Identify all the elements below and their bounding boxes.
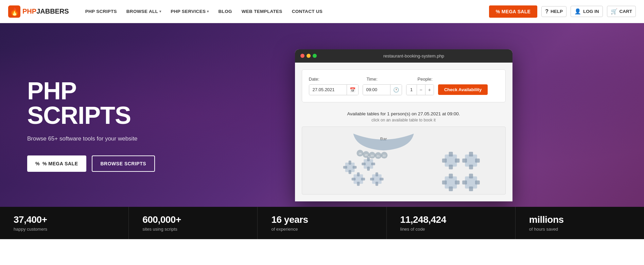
- svg-rect-45: [449, 186, 453, 191]
- svg-text:18: 18: [358, 152, 361, 155]
- svg-rect-47: [455, 180, 459, 184]
- booking-status-sub: click on an available table to book it: [302, 118, 506, 122]
- mega-sale-button[interactable]: % MEGA SALE: [489, 5, 537, 18]
- stat-number-3: 11,248,424: [400, 214, 502, 225]
- chevron-down-icon: ▾: [207, 10, 209, 13]
- nav-item-blog[interactable]: BLOG: [214, 6, 236, 17]
- date-input-group[interactable]: 📅: [309, 84, 359, 95]
- dot-red: [300, 54, 304, 58]
- svg-rect-22: [371, 162, 375, 165]
- svg-rect-29: [375, 172, 378, 176]
- stat-number-4: millions: [529, 214, 630, 225]
- svg-rect-30: [375, 182, 378, 186]
- table-1[interactable]: [343, 161, 356, 174]
- time-label: Time:: [367, 77, 411, 82]
- stat-item-2: 16 years of experience: [258, 207, 386, 239]
- booking-inputs-row: 📅 🕐 1 − + Check Availability: [309, 84, 499, 95]
- logo[interactable]: 🔥 PHPJABBERS: [8, 5, 69, 18]
- people-plus-button[interactable]: +: [425, 85, 434, 95]
- svg-rect-14: [348, 161, 351, 165]
- hero-subtitle: Browse 65+ software tools for your websi…: [27, 134, 143, 143]
- booking-form: Date: Time: People: 📅 🕐: [302, 69, 506, 102]
- help-button[interactable]: ? HELP: [541, 6, 567, 17]
- table-8[interactable]: [462, 173, 480, 191]
- people-label: People:: [418, 77, 445, 82]
- svg-rect-40: [469, 164, 473, 169]
- nav-item-contact-us[interactable]: CONTACT US: [288, 6, 327, 17]
- nav-item-web-templates[interactable]: WEB TEMPLATES: [238, 6, 286, 17]
- hero-left: PHP SCRIPTS Browse 65+ software tools fo…: [27, 79, 170, 172]
- svg-text:22: 22: [383, 154, 386, 157]
- svg-rect-49: [469, 173, 473, 178]
- stat-item-3: 11,248,424 lines of code: [387, 207, 516, 239]
- svg-rect-35: [449, 164, 453, 169]
- chevron-down-icon: ▾: [159, 10, 161, 13]
- clock-icon: 🕐: [390, 85, 402, 95]
- hero-browse-button[interactable]: BROWSE SCRIPTS: [92, 155, 155, 172]
- browser-chrome: restaurant-booking-system.php: [295, 49, 512, 63]
- login-button[interactable]: 👤 LOG IN: [571, 6, 603, 17]
- date-input[interactable]: [309, 85, 347, 95]
- time-input[interactable]: [363, 85, 390, 95]
- svg-rect-16: [343, 166, 347, 168]
- date-label: Date:: [309, 77, 360, 82]
- svg-rect-51: [462, 180, 467, 184]
- svg-rect-37: [455, 159, 459, 163]
- browser-content: Date: Time: People: 📅 🕐: [295, 63, 512, 201]
- booking-status-main: Available tables for 1 person(s) on 27.0…: [302, 111, 506, 116]
- people-minus-button[interactable]: −: [417, 85, 425, 95]
- svg-rect-25: [357, 182, 360, 186]
- logo-text: PHPJABBERS: [22, 7, 69, 15]
- svg-text:20: 20: [370, 154, 373, 157]
- stat-item-0: 37,400+ happy customers: [0, 207, 129, 239]
- nav-item-php-scripts[interactable]: PHP SCRIPTS: [81, 6, 121, 17]
- svg-text:19: 19: [364, 153, 367, 156]
- dot-yellow: [307, 54, 311, 58]
- table-2[interactable]: [362, 157, 375, 171]
- hero-right: restaurant-booking-system.php Date: Time…: [170, 49, 617, 201]
- hero-sale-button[interactable]: % % MEGA SALE: [27, 155, 86, 172]
- cart-button[interactable]: 🛒 CART: [607, 6, 636, 17]
- svg-text:🔥: 🔥: [10, 7, 19, 16]
- svg-rect-32: [379, 178, 383, 180]
- svg-rect-27: [361, 178, 365, 180]
- cart-icon: 🛒: [611, 8, 617, 15]
- nav-links: PHP SCRIPTS BROWSE ALL ▾ PHP SERVICES ▾ …: [81, 6, 489, 17]
- table-5[interactable]: [442, 152, 459, 169]
- people-value: 1: [406, 85, 417, 95]
- stat-number-2: 16 years: [271, 214, 372, 225]
- calendar-icon: 📅: [347, 85, 358, 95]
- check-availability-button[interactable]: Check Availability: [438, 84, 488, 95]
- svg-rect-24: [357, 172, 360, 176]
- svg-rect-15: [348, 170, 351, 174]
- svg-rect-39: [469, 152, 473, 156]
- nav-item-php-services[interactable]: PHP SERVICES ▾: [167, 6, 213, 17]
- stats-bar: 37,400+ happy customers 600,000+ sites u…: [0, 207, 644, 239]
- svg-rect-41: [462, 159, 467, 163]
- hero-section: PHP SCRIPTS Browse 65+ software tools fo…: [0, 23, 644, 207]
- booking-status: Available tables for 1 person(s) on 27.0…: [302, 108, 506, 124]
- stat-label-1: sites using scripts: [142, 227, 244, 232]
- svg-rect-21: [362, 162, 366, 165]
- svg-rect-17: [352, 166, 356, 168]
- dot-green: [313, 54, 317, 58]
- svg-rect-26: [351, 178, 355, 180]
- svg-rect-34: [449, 152, 453, 156]
- svg-rect-19: [367, 157, 370, 161]
- booking-labels-row: Date: Time: People:: [309, 77, 499, 82]
- tables-svg: Bar 18 19 20 21 22: [302, 127, 505, 194]
- table-6[interactable]: [462, 152, 480, 169]
- svg-rect-31: [370, 178, 374, 180]
- user-icon: 👤: [574, 8, 581, 15]
- table-3[interactable]: [351, 172, 365, 186]
- table-7[interactable]: [442, 173, 459, 191]
- hero-buttons: % % MEGA SALE BROWSE SCRIPTS: [27, 155, 170, 172]
- stat-item-1: 600,000+ sites using scripts: [129, 207, 258, 239]
- svg-rect-44: [449, 173, 453, 178]
- time-input-group[interactable]: 🕐: [363, 84, 402, 95]
- svg-text:21: 21: [377, 154, 380, 158]
- table-4[interactable]: [370, 172, 384, 186]
- stat-label-0: happy customers: [14, 227, 115, 232]
- nav-item-browse-all[interactable]: BROWSE ALL ▾: [122, 6, 166, 17]
- stat-item-4: millions of hours saved: [516, 207, 644, 239]
